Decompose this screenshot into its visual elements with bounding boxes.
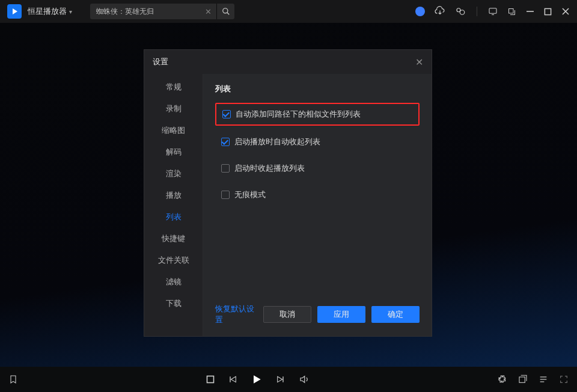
dialog-close-icon[interactable]: ✕ [415,57,423,68]
nav-item-1[interactable]: 录制 [144,98,203,120]
svg-rect-18 [519,377,525,382]
notification-icon[interactable] [415,7,425,16]
search-box: ✕ [90,4,234,19]
nav-item-9[interactable]: 滤镜 [144,271,203,293]
search-submit-button[interactable] [216,4,234,19]
svg-marker-15 [278,376,282,382]
app-logo [7,4,22,19]
maximize-icon[interactable] [544,8,552,16]
nav-item-10[interactable]: 下载 [144,293,203,314]
separator [477,7,477,16]
titlebar-actions [415,6,570,17]
option-label: 自动添加同路径下的相似文件到列表 [236,109,361,120]
dialog-content: 列表 自动添加同路径下的相似文件到列表启动播放时自动收起列表启动时收起播放列表无… [203,74,432,336]
app-title-dropdown[interactable]: ▾ [69,8,72,15]
svg-marker-17 [301,376,305,383]
nav-item-5[interactable]: 播放 [144,185,203,206]
svg-point-1 [222,8,227,13]
section-title: 列表 [215,84,420,94]
playerbar [0,367,577,392]
nav-item-0[interactable]: 常规 [144,76,203,98]
svg-marker-0 [13,8,17,14]
dialog-footer: 恢复默认设置 取消 应用 确定 [215,304,420,330]
checkbox-icon[interactable] [221,138,230,146]
dialog-nav: 常规录制缩略图解码渲染播放列表快捷键文件关联滤镜下载 [144,74,203,336]
apply-button[interactable]: 应用 [317,306,365,323]
main-area: 设置 ✕ 常规录制缩略图解码渲染播放列表快捷键文件关联滤镜下载 列表 自动添加同… [0,23,577,367]
bookmark-icon[interactable] [8,375,18,384]
option-row-1[interactable]: 启动播放时自动收起列表 [215,132,420,152]
svg-rect-11 [207,376,214,383]
share-icon[interactable] [455,6,466,17]
cloud-download-icon[interactable] [435,6,445,17]
option-label: 启动时收起播放列表 [234,163,305,174]
svg-marker-14 [254,375,261,383]
nav-item-7[interactable]: 快捷键 [144,228,203,250]
previous-icon[interactable] [228,375,237,384]
media-library-icon[interactable] [518,375,528,384]
feedback-icon[interactable] [488,7,498,16]
checkbox-icon[interactable] [221,164,230,173]
nav-item-2[interactable]: 缩略图 [144,120,203,141]
cancel-button[interactable]: 取消 [263,306,311,323]
svg-rect-6 [509,8,514,13]
stop-icon[interactable] [206,375,215,384]
ok-button[interactable]: 确定 [371,306,420,323]
option-row-2[interactable]: 启动时收起播放列表 [215,158,420,179]
nav-item-3[interactable]: 解码 [144,141,203,163]
playlist-icon[interactable] [539,375,548,384]
titlebar: 恒星播放器 ▾ ✕ [0,0,577,23]
checkbox-icon[interactable] [221,191,230,199]
option-row-0[interactable]: 自动添加同路径下的相似文件到列表 [215,103,420,126]
option-row-3[interactable]: 无痕模式 [215,185,420,205]
next-icon[interactable] [276,375,285,384]
search-clear-icon[interactable]: ✕ [200,7,216,16]
nav-item-6[interactable]: 列表 [144,206,203,228]
app-title: 恒星播放器 [28,6,67,17]
options-list: 自动添加同路径下的相似文件到列表启动播放时自动收起列表启动时收起播放列表无痕模式 [215,103,420,205]
close-icon[interactable] [561,7,570,16]
svg-rect-8 [545,8,551,14]
dialog-title: 设置 [153,57,168,67]
svg-line-2 [227,13,229,15]
nav-item-8[interactable]: 文件关联 [144,250,203,271]
option-label: 无痕模式 [234,189,266,200]
play-icon[interactable] [251,373,263,385]
search-input[interactable] [90,7,200,16]
fullscreen-icon[interactable] [559,375,569,384]
nav-item-4[interactable]: 渲染 [144,163,203,185]
pin-icon[interactable] [507,7,516,16]
minimize-icon[interactable] [526,7,534,16]
settings-dialog: 设置 ✕ 常规录制缩略图解码渲染播放列表快捷键文件关联滤镜下载 列表 自动添加同… [144,49,432,337]
dialog-header: 设置 ✕ [144,50,432,74]
option-label: 启动播放时自动收起列表 [234,136,320,147]
svg-point-4 [460,10,465,15]
checkbox-icon[interactable] [222,110,231,118]
restore-defaults-link[interactable]: 恢复默认设置 [215,304,257,325]
plugin-icon[interactable] [498,375,507,384]
svg-rect-5 [489,8,496,14]
volume-icon[interactable] [299,374,310,385]
svg-marker-12 [231,376,236,382]
